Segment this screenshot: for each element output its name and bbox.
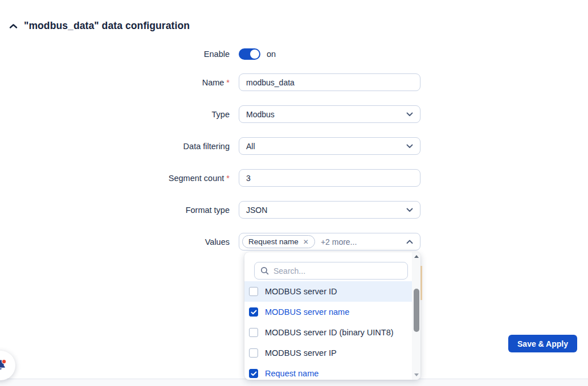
dropdown-scrollbar[interactable]: [412, 252, 420, 380]
notifications-fab[interactable]: [0, 351, 15, 380]
section-header: "modbus_data" data configuration: [9, 20, 190, 32]
background-highlight-strip: [420, 266, 422, 300]
dropdown-option-label: MODBUS server ID (binary UINT8): [265, 328, 394, 337]
segment-count-label: Segment count*: [0, 174, 230, 183]
dropdown-option-request-name[interactable]: Request name: [244, 363, 412, 380]
checkbox[interactable]: [249, 369, 258, 378]
values-multiselect[interactable]: Request name ✕ +2 more...: [239, 233, 420, 251]
chevron-up-icon: [406, 240, 413, 244]
more-values-text: +2 more...: [321, 237, 357, 247]
selected-value-tag: Request name ✕: [242, 235, 315, 248]
chevron-down-icon: [406, 112, 413, 117]
bell-icon: [0, 358, 8, 373]
enable-toggle[interactable]: [239, 48, 260, 60]
scroll-down-arrow-icon[interactable]: [414, 373, 419, 376]
values-dropdown-panel: MODBUS server ID MODBUS server name MODB…: [244, 252, 420, 380]
required-mark: *: [226, 78, 230, 87]
format-type-select[interactable]: JSON: [239, 201, 420, 219]
form-row-format-type: Format type JSON: [0, 201, 420, 219]
dropdown-option-label: MODBUS server ID: [265, 287, 337, 296]
dropdown-option-modbus-server-ip[interactable]: MODBUS server IP: [244, 343, 412, 363]
enable-state-text: on: [267, 50, 276, 59]
page-title: "modbus_data" data configuration: [24, 20, 190, 32]
values-label: Values: [0, 237, 230, 247]
required-mark: *: [226, 174, 230, 183]
scrollbar-thumb[interactable]: [414, 289, 419, 332]
tag-label: Request name: [248, 237, 299, 246]
collapse-section-button[interactable]: [9, 23, 18, 29]
chevron-up-icon: [9, 23, 18, 29]
dropdown-option-label: MODBUS server IP: [265, 348, 337, 358]
dropdown-option-label: Request name: [265, 369, 318, 378]
dropdown-option-modbus-server-name[interactable]: MODBUS server name: [244, 302, 412, 322]
enable-label: Enable: [0, 50, 230, 59]
page: "modbus_data" data configuration Enable …: [0, 0, 588, 386]
checkbox[interactable]: [249, 348, 258, 358]
form-row-segment-count: Segment count*: [0, 169, 420, 187]
format-type-select-value: JSON: [246, 206, 267, 215]
type-select-value: Modbus: [246, 110, 275, 119]
checkbox[interactable]: [249, 307, 258, 317]
chevron-down-icon: [406, 144, 413, 149]
dropdown-option-label: MODBUS server name: [265, 307, 349, 317]
checkbox[interactable]: [249, 287, 258, 296]
scroll-up-arrow-icon[interactable]: [414, 255, 419, 258]
dropdown-option-list: MODBUS server ID MODBUS server name MODB…: [244, 281, 412, 380]
type-select[interactable]: Modbus: [239, 105, 420, 123]
form-row-values: Values Request name ✕ +2 more...: [0, 233, 420, 251]
segment-count-input[interactable]: [239, 169, 420, 187]
form-row-data-filtering: Data filtering All: [0, 137, 420, 155]
form-row-enable: Enable on: [0, 48, 420, 60]
name-label: Name*: [0, 78, 230, 87]
search-input[interactable]: [273, 266, 402, 276]
form-row-name: Name*: [0, 73, 420, 91]
checkbox[interactable]: [249, 328, 258, 337]
dropdown-search[interactable]: [254, 262, 408, 280]
data-filtering-select-value: All: [246, 142, 255, 151]
data-filtering-label: Data filtering: [0, 142, 230, 151]
form-row-type: Type Modbus: [0, 105, 420, 123]
dropdown-option-modbus-server-id-binary[interactable]: MODBUS server ID (binary UINT8): [244, 322, 412, 343]
dropdown-option-modbus-server-id[interactable]: MODBUS server ID: [244, 281, 412, 302]
search-icon: [260, 266, 269, 275]
type-label: Type: [0, 110, 230, 119]
remove-tag-icon[interactable]: ✕: [303, 239, 309, 245]
format-type-label: Format type: [0, 206, 230, 215]
save-apply-button[interactable]: Save & Apply: [508, 335, 577, 352]
enable-control: on: [239, 48, 420, 60]
toggle-knob: [250, 50, 259, 59]
data-filtering-select[interactable]: All: [239, 137, 420, 155]
chevron-down-icon: [406, 208, 413, 212]
name-input[interactable]: [239, 73, 420, 91]
